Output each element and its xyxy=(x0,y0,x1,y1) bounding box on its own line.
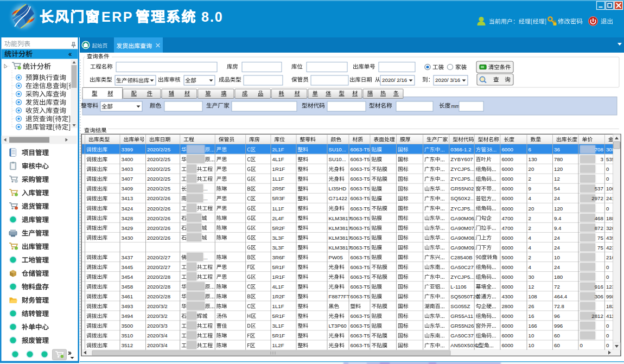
svg-text:166: 166 xyxy=(529,323,537,329)
svg-text:ZYCJP5...: ZYCJP5... xyxy=(450,274,474,280)
svg-text:10: 10 xyxy=(529,333,534,339)
svg-text:2: 2 xyxy=(529,215,531,221)
svg-text:3409: 3409 xyxy=(122,186,133,191)
svg-text:120: 120 xyxy=(554,166,563,172)
svg-text:2020/2/28: 2020/2/28 xyxy=(147,274,170,280)
svg-text:3454: 3454 xyxy=(122,274,133,280)
svg-text:6063-T5: 6063-T5 xyxy=(351,254,370,260)
svg-text:6063-T5: 6063-T5 xyxy=(351,245,370,251)
svg-text:4300: 4300 xyxy=(501,293,513,299)
svg-text:F8877FT: F8877FT xyxy=(329,293,350,299)
svg-text:3R6F: 3R6F xyxy=(272,254,285,260)
svg-text:6063-T5: 6063-T5 xyxy=(351,176,370,182)
svg-text:6000: 6000 xyxy=(501,284,513,290)
svg-text:20: 20 xyxy=(529,166,534,172)
svg-text:0: 0 xyxy=(606,274,609,280)
svg-text:5R1F: 5R1F xyxy=(272,313,285,319)
svg-text:30: 30 xyxy=(529,274,534,280)
svg-text:ZYBY607: ZYBY607 xyxy=(450,156,473,162)
svg-text:2020/ 2/16: 2020/ 2/16 xyxy=(382,77,407,83)
svg-text:6063-T5: 6063-T5 xyxy=(351,235,370,241)
svg-text:96: 96 xyxy=(554,313,560,319)
svg-text:2020/2/26: 2020/2/26 xyxy=(147,206,170,212)
svg-text:6063-T5: 6063-T5 xyxy=(351,342,370,348)
svg-text:2020/2/25: 2020/2/25 xyxy=(147,186,170,191)
svg-text:3L1F: 3L1F xyxy=(272,323,284,329)
svg-text:0: 0 xyxy=(606,206,609,212)
svg-text:C28540B: C28540B xyxy=(450,254,472,260)
svg-text:2972: 2972 xyxy=(591,195,603,201)
svg-text:780: 780 xyxy=(554,156,563,162)
svg-text:16: 16 xyxy=(529,313,534,319)
svg-text:0: 0 xyxy=(606,323,609,329)
svg-text:...: ... xyxy=(203,254,208,260)
svg-text:6000: 6000 xyxy=(501,245,513,251)
svg-text:2020/2/27: 2020/2/27 xyxy=(147,264,170,270)
svg-text:0: 0 xyxy=(606,166,609,172)
svg-text:9.4: 9.4 xyxy=(554,215,562,221)
svg-text:SU10...: SU10... xyxy=(329,156,346,162)
svg-text:9.4: 9.4 xyxy=(554,225,562,231)
svg-text:GR55N26: GR55N26 xyxy=(450,323,474,329)
svg-text:2020/2/26: 2020/2/26 xyxy=(147,215,170,221)
svg-text:4L1F: 4L1F xyxy=(272,284,284,290)
svg-text:2020/ 3/16: 2020/ 3/16 xyxy=(435,77,461,83)
svg-text:75: 75 xyxy=(597,245,603,251)
svg-text:LT3P60: LT3P60 xyxy=(329,323,347,329)
svg-text:6000: 6000 xyxy=(501,206,513,212)
svg-text:4: 4 xyxy=(529,264,532,270)
svg-text:3407: 3407 xyxy=(122,176,133,182)
svg-text:0366-1.2: 0366-1.2 xyxy=(450,146,471,152)
svg-text:6063-T5: 6063-T5 xyxy=(351,215,370,221)
svg-text:24: 24 xyxy=(554,245,560,251)
svg-text:3428: 3428 xyxy=(122,215,133,221)
svg-text:4: 4 xyxy=(529,195,532,201)
svg-text:KLM3817: KLM3817 xyxy=(329,235,351,241)
svg-text:9: 9 xyxy=(529,186,531,191)
svg-text:72.8: 72.8 xyxy=(554,303,564,309)
svg-text:1R1F: 1R1F xyxy=(272,274,285,280)
svg-text:8.0: 8.0 xyxy=(201,9,224,24)
svg-text:6000: 6000 xyxy=(501,156,513,162)
svg-text:3399: 3399 xyxy=(122,146,133,152)
svg-text:2020/2/28: 2020/2/28 xyxy=(147,284,170,290)
svg-text:108: 108 xyxy=(529,293,537,299)
svg-text:996: 996 xyxy=(554,323,563,329)
svg-text:36: 36 xyxy=(554,146,560,152)
svg-text:0: 0 xyxy=(606,264,609,270)
svg-text:6063-T5: 6063-T5 xyxy=(351,166,370,172)
svg-text:4700: 4700 xyxy=(501,225,513,231)
svg-text:10: 10 xyxy=(554,254,560,260)
svg-text:GA50C27: GA50C27 xyxy=(450,264,474,270)
svg-text:3400: 3400 xyxy=(122,156,133,162)
svg-text:3424: 3424 xyxy=(122,206,133,212)
svg-text:6: 6 xyxy=(529,146,531,152)
svg-text:3L3F: 3L3F xyxy=(272,245,284,251)
svg-text:6000: 6000 xyxy=(501,176,513,182)
svg-text:6063-T5: 6063-T5 xyxy=(351,195,370,201)
svg-text:mm: mm xyxy=(451,104,460,109)
svg-text:180: 180 xyxy=(554,274,563,280)
svg-text:1R2F: 1R2F xyxy=(272,293,285,299)
svg-text:ZYCJP5...: ZYCJP5... xyxy=(450,166,474,172)
svg-text:306: 306 xyxy=(595,293,603,299)
svg-text:G71422: G71422 xyxy=(329,195,347,201)
svg-text:2020/2/25: 2020/2/25 xyxy=(147,146,170,152)
svg-text:5000: 5000 xyxy=(501,254,513,260)
svg-text:SQ50X2...: SQ50X2... xyxy=(450,195,475,201)
svg-text:6000: 6000 xyxy=(501,342,513,348)
svg-text:1L2F: 1L2F xyxy=(272,342,284,348)
svg-text:6063-T5: 6063-T5 xyxy=(351,274,370,280)
svg-text:2020/2/28: 2020/2/28 xyxy=(147,293,170,299)
svg-text:2020/3/4: 2020/3/4 xyxy=(147,342,168,348)
svg-text:75: 75 xyxy=(597,235,603,241)
svg-text:6000: 6000 xyxy=(501,146,513,152)
svg-text:1L1F: 1L1F xyxy=(272,206,284,212)
svg-text:464.4: 464.4 xyxy=(554,293,568,299)
svg-text:2800: 2800 xyxy=(501,303,513,309)
svg-text:L-1106: L-1106 xyxy=(450,284,466,290)
svg-text:3461: 3461 xyxy=(122,293,133,299)
svg-text:2020/3/3: 2020/3/3 xyxy=(147,323,168,329)
svg-text:0: 0 xyxy=(606,176,609,182)
svg-text:3494: 3494 xyxy=(122,313,133,319)
